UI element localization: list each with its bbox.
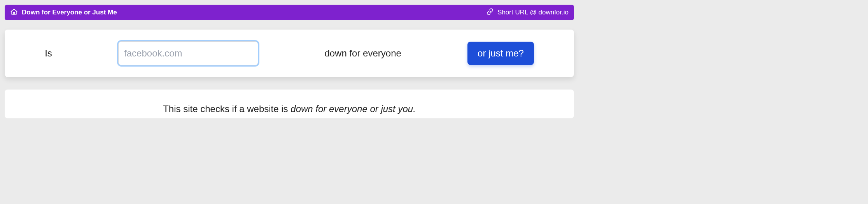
topbar-right: Short URL @ downfor.io [486, 8, 569, 17]
link-icon [486, 8, 494, 17]
check-button[interactable]: or just me? [467, 42, 534, 65]
topbar-left: Down for Everyone or Just Me [10, 8, 117, 18]
site-title: Down for Everyone or Just Me [22, 9, 117, 16]
info-emphasis: down for everyone or just you. [290, 104, 416, 114]
short-url-domain-link[interactable]: downfor.io [539, 9, 569, 16]
url-input[interactable] [118, 41, 258, 65]
query-row: Is down for everyone or just me? [16, 41, 563, 65]
info-text: This site checks if a website is down fo… [163, 104, 416, 114]
short-url-text: Short URL @ downfor.io [497, 9, 569, 16]
home-icon[interactable] [10, 8, 18, 18]
short-url-prefix: Short URL @ [497, 9, 538, 16]
info-lead: This site checks if a website is [163, 104, 290, 114]
query-prefix-text: Is [45, 48, 52, 59]
query-card: Is down for everyone or just me? [5, 30, 574, 77]
query-middle-text: down for everyone [324, 48, 401, 59]
topbar: Down for Everyone or Just Me Short URL @… [5, 5, 574, 20]
info-card: This site checks if a website is down fo… [5, 90, 574, 118]
